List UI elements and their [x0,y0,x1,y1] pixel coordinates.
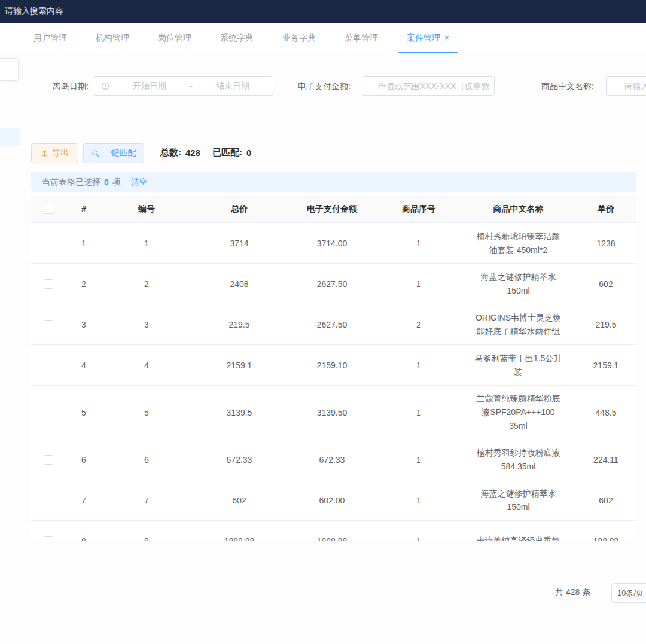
page-size-select[interactable]: 10条/页 [611,583,646,603]
cell-item-no: 1 [377,361,461,370]
tab-close-icon[interactable]: × [444,33,449,42]
cell-code: 6 [102,455,191,465]
row-checkbox[interactable] [44,536,53,542]
table-body: 1 1 3714 3714.00 1 植村秀新琥珀臻萃洁颜油套装 450ml*2… [31,223,636,541]
cell-total: 3714 [191,239,287,248]
total-value: 428 [185,148,200,158]
table-row[interactable]: 4 4 2159.1 2159.10 1 马爹利蓝带干邑1.5公升装 2159.… [31,345,636,386]
one-click-match-button[interactable]: 一键匹配 [83,143,144,163]
table-row[interactable]: 1 1 3714 3714.00 1 植村秀新琥珀臻萃洁颜油套装 450ml*2… [31,223,636,264]
cell-unit-price: 224.11 [576,455,636,465]
column-header-unit-price: 单价 [576,204,636,215]
cell-product-name: 卡诗菁纯亮泽经典香氛 [461,528,576,541]
column-header-item-no: 商品序号 [377,204,461,215]
cell-unit-price: 602 [576,279,636,289]
start-date-input[interactable]: 开始日期 [109,81,190,91]
top-header-bar: 请输入搜索内容 [0,0,646,23]
cell-product-name: 兰蔻菁纯臻颜精华粉底液SPF20PA+++100 35ml [461,386,576,439]
column-header-product-name: 商品中文名称 [461,204,576,215]
pagination-total: 共 428 条 [555,587,590,598]
amount-input[interactable] [377,81,494,91]
tab-system-dict[interactable]: 系统字典 [220,23,254,53]
table-row[interactable]: 3 3 219.5 2627.50 2 ORIGINS韦博士灵芝焕能好底子精华水… [31,304,636,345]
tab-user-mgmt[interactable]: 用户管理 [33,23,67,53]
export-button[interactable]: 导出 [31,143,78,163]
product-name-input-wrapper [606,76,646,96]
search-icon [92,149,99,157]
product-name-input[interactable] [623,81,646,91]
tab-case-mgmt[interactable]: 案件管理× [407,23,449,53]
cell-total: 672.33 [191,455,287,465]
left-edge-highlight [0,128,20,146]
cell-product-name: 植村秀羽纱持妆粉底液 584 35ml [461,440,576,480]
table-header-row: # 编号 总价 电子支付金额 商品序号 商品中文名称 单价 [31,196,636,223]
table-row[interactable]: 5 5 3139.5 3139.50 1 兰蔻菁纯臻颜精华粉底液SPF20PA+… [31,386,636,439]
selection-bar: 当前表格已选择 0 项 清空 [31,172,636,192]
selection-count: 0 [104,178,109,187]
cell-epay: 2627.50 [287,320,377,329]
clear-selection-link[interactable]: 清空 [131,177,148,188]
cell-unit-price: 448.5 [576,408,636,417]
column-header-epay: 电子支付金额 [287,204,377,215]
collapsed-panel-fragment [0,58,19,81]
cell-item-no: 1 [377,408,461,417]
end-date-input[interactable]: 结束日期 [193,81,273,91]
cell-item-no: 1 [377,536,461,542]
table-row[interactable]: 7 7 602 602.00 1 海蓝之谜修护精萃水 150ml 602 [31,480,636,521]
tab-post-mgmt[interactable]: 岗位管理 [158,23,191,53]
cell-product-name: 马爹利蓝带干邑1.5公升装 [461,346,576,385]
product-name-filter-label: 商品中文名称: [541,81,594,92]
export-icon [41,149,48,157]
row-checkbox[interactable] [44,408,53,417]
row-checkbox[interactable] [44,455,53,465]
cell-total: 602 [191,496,287,505]
page-size-value: 10条/页 [617,588,644,599]
cell-product-name: 海蓝之谜修护精萃水 150ml [461,481,576,520]
table-row[interactable]: 2 2 2408 2627.50 1 海蓝之谜修护精萃水 150ml 602 [31,264,636,304]
cell-epay: 2159.10 [287,361,377,370]
cell-unit-price: 188.88 [576,536,636,542]
cell-item-no: 1 [377,279,461,289]
row-checkbox[interactable] [44,239,53,248]
cell-index: 7 [66,496,102,505]
cell-unit-price: 2159.1 [576,361,636,370]
cell-total: 2408 [191,279,287,289]
table-row[interactable]: 6 6 672.33 672.33 1 植村秀羽纱持妆粉底液 584 35ml … [31,439,636,480]
tab-menu-mgmt[interactable]: 菜单管理 [345,23,378,53]
column-header-code: 编号 [102,204,191,215]
cell-code: 7 [102,496,191,505]
cell-code: 3 [102,320,191,329]
cell-code: 1 [102,239,191,248]
data-table: # 编号 总价 电子支付金额 商品序号 商品中文名称 单价 1 1 3714 3… [31,196,636,541]
row-checkbox[interactable] [44,361,53,370]
cell-code: 8 [102,536,191,542]
cell-item-no: 1 [377,455,461,465]
tab-business-dict[interactable]: 业务字典 [282,23,316,53]
selection-suffix: 项 [112,177,121,188]
date-range-picker[interactable]: 开始日期 - 结束日期 [93,76,273,96]
cell-index: 2 [66,279,102,289]
cell-index: 1 [66,239,102,248]
column-header-index: # [66,205,102,214]
row-checkbox[interactable] [44,496,53,505]
cell-epay: 602.00 [287,496,377,505]
cell-index: 3 [66,320,102,329]
select-all-checkbox[interactable] [44,205,53,214]
cell-total: 1888.88 [191,536,287,542]
cell-product-name: 植村秀新琥珀臻萃洁颜油套装 450ml*2 [461,224,576,263]
header-search-input[interactable]: 请输入搜索内容 [5,6,63,17]
row-checkbox[interactable] [44,320,53,329]
cell-index: 4 [66,361,102,370]
tab-bar: 用户管理 机构管理 岗位管理 系统字典 业务字典 菜单管理 案件管理× [0,23,646,53]
column-header-total: 总价 [191,204,287,215]
table-row[interactable]: 8 8 1888.88 1888.88 1 卡诗菁纯亮泽经典香氛 188.88 [31,521,636,541]
row-checkbox[interactable] [44,279,53,289]
cell-code: 2 [102,279,191,289]
cell-index: 8 [66,536,102,542]
export-button-label: 导出 [52,148,69,158]
total-label: 总数: [160,147,181,158]
matched-label: 已匹配: [212,147,242,158]
amount-filter-label: 电子支付金额: [298,81,351,92]
selection-prefix: 当前表格已选择 [42,177,100,188]
tab-org-mgmt[interactable]: 机构管理 [96,23,129,53]
